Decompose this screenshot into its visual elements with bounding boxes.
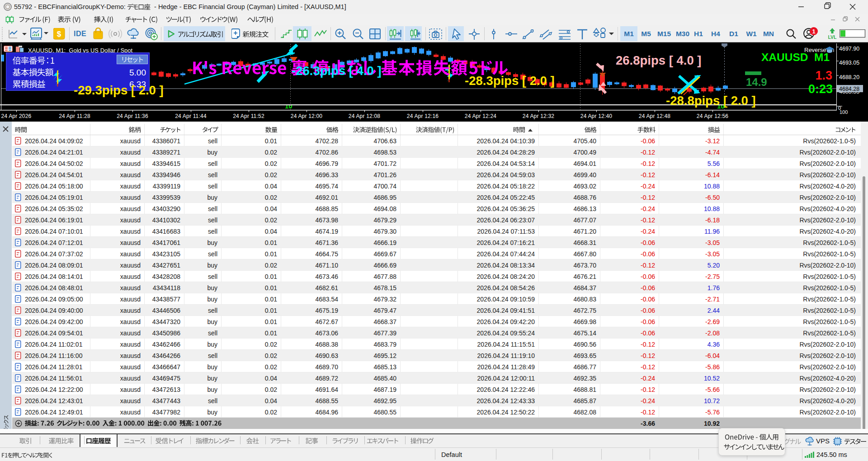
svg-text:$: $ [57,30,61,38]
svg-text:1: 1 [812,28,815,35]
svg-text:LVL: LVL [828,34,837,40]
